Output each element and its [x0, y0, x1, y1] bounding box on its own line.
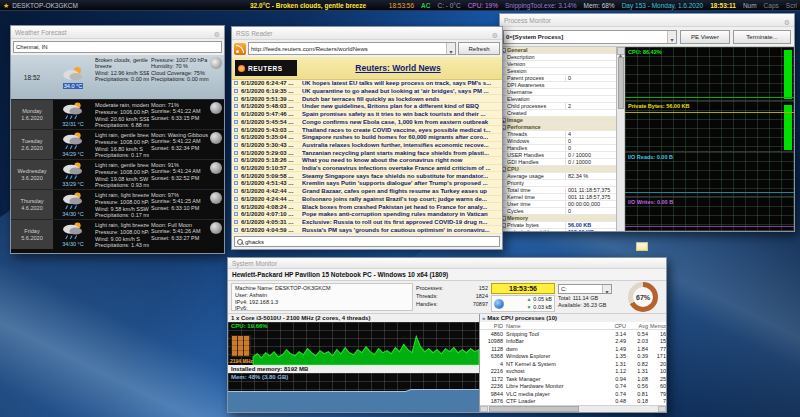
feed-url-value: http://feeds.reuters.com/Reuters/worldNe… [249, 46, 446, 52]
rss-search-row: ghacks [232, 234, 502, 249]
disk-total: Total: 111.14 GB [558, 295, 620, 302]
expander-icon[interactable] [234, 158, 238, 162]
counter-row: Threads: 1824 [416, 292, 488, 300]
news-item[interactable]: 6/1/2020 5:30:43 ... Australia relaxes l… [232, 142, 502, 150]
desktop: DESKTOP-OK3GKCM 32.0°C - Broken clouds, … [0, 0, 800, 417]
expander-icon[interactable] [234, 128, 238, 132]
system-info-row: Machine Name: DESKTOP-OK3GKCMUser: Ashwi… [228, 281, 666, 313]
top-process-label: SnippingTool.exe: 3.14% [505, 0, 577, 11]
minimized-widget-icon[interactable] [636, 242, 648, 251]
news-item[interactable]: 6/1/2020 5:47:46 ... Spain promises safe… [232, 111, 502, 119]
news-item[interactable]: 6/1/2020 5:35:04 ... Singapore rushes to… [232, 134, 502, 142]
expander-icon[interactable] [234, 135, 238, 139]
rss-url-row: http://feeds.reuters.com/Reuters/worldNe… [232, 40, 502, 57]
pe-viewer-button[interactable]: PE Viewer [680, 30, 730, 44]
cpu-core-heat-icon [231, 335, 251, 357]
drive-selector-value: C: [559, 286, 602, 292]
news-item[interactable]: 6/1/2020 4:42:44 ... Grand Bazaar, cafes… [232, 188, 502, 196]
drive-selector-combobox[interactable]: C: [558, 284, 612, 294]
expander-icon[interactable] [234, 104, 238, 108]
news-item[interactable]: 6/1/2020 5:51:39 ... Dutch bar terraces … [232, 95, 502, 103]
news-item[interactable]: 6/1/2020 6:24:47 ... UK hopes latest EU … [232, 80, 502, 88]
expander-icon[interactable] [234, 212, 238, 216]
news-item[interactable]: 6/1/2020 6:19:35 ... UK quarantine to go… [232, 88, 502, 96]
search-value: ghacks [245, 239, 264, 245]
clock-label: 18:53:11 [710, 0, 736, 11]
process-row[interactable]: 1128 dwm 1.49 1.84 77 [480, 345, 666, 353]
feed-url-combobox[interactable]: http://feeds.reuters.com/Reuters/worldNe… [248, 42, 456, 55]
property-row[interactable]: Including child proce... 112.00 KB [500, 229, 616, 231]
scrollbar-thumb[interactable] [618, 57, 624, 109]
news-item[interactable]: 6/1/2020 4:51:43 ... Kremlin says Putin … [232, 180, 502, 188]
expander-icon[interactable] [234, 189, 238, 193]
chevron-down-icon[interactable] [446, 42, 455, 55]
process-selector-combobox[interactable]: 0=[System Process] [503, 30, 677, 44]
news-item[interactable]: 6/1/2020 4:04:59 ... Russia's PM says 'g… [232, 226, 502, 234]
process-row[interactable]: 4860 Snipping Tool 3.14 0.54 16 [480, 330, 666, 338]
expander-icon[interactable] [234, 181, 238, 185]
weather-titlebar[interactable]: Weather Forecast [11, 26, 224, 39]
process-row[interactable]: 10988 InfoBar 2.49 2.03 15 [480, 338, 666, 346]
expander-icon[interactable] [234, 197, 238, 201]
sysmon-body: 1 x Core i3-5010U - 2100 MHz (2 cores, 4… [228, 313, 666, 412]
expander-icon[interactable] [234, 120, 238, 124]
search-input[interactable]: ghacks [234, 236, 500, 247]
sysmon-titlebar[interactable]: System Monitor [228, 258, 666, 269]
process-row[interactable]: 2236 Libre Hardware Monitor 0.74 0.56 60 [480, 383, 666, 391]
expander-icon[interactable] [234, 205, 238, 209]
expander-icon[interactable] [234, 143, 238, 147]
network-traffic-box: 0.05 kB 0.03 kB [491, 295, 555, 312]
expander-icon[interactable] [234, 166, 238, 170]
chevron-down-icon[interactable] [667, 30, 676, 44]
expander-icon[interactable] [234, 81, 238, 85]
news-item[interactable]: 6/1/2020 5:09:58 ... Steamy Singapore sa… [232, 172, 502, 180]
procmon-titlebar[interactable]: Process Monitor [500, 14, 794, 27]
info-bar: DESKTOP-OK3GKCM 32.0°C - Broken clouds, … [0, 0, 800, 11]
expander-icon[interactable] [234, 151, 238, 155]
expander-icon[interactable] [234, 174, 238, 178]
process-row[interactable]: 4 NT Kernel & System 1.31 0.82 20 [480, 360, 666, 368]
news-item[interactable]: 6/1/2020 5:48:03 ... Under new guideline… [232, 103, 502, 111]
rss-titlebar[interactable]: RSS Reader [232, 27, 502, 40]
location-input[interactable]: Chennai, IN [13, 41, 222, 53]
procmon-toolbar: 0=[System Process] PE Viewer Terminate..… [500, 27, 794, 46]
download-rate: 0.03 kB [533, 304, 552, 312]
chevron-right-icon[interactable] [482, 315, 485, 321]
disk-usage-gauge-wrap: 67% [623, 283, 663, 311]
news-item[interactable]: 6/1/2020 4:08:24 ... Black boxes from cr… [232, 203, 502, 211]
horizontal-scrollbar[interactable] [480, 405, 666, 412]
rain-cloud-icon [62, 162, 84, 180]
scroll-left-icon[interactable] [480, 406, 488, 412]
news-item[interactable]: 6/1/2020 4:24:44 ... Bolsonaro joins ral… [232, 196, 502, 204]
weather-input-row: Chennai, IN [11, 39, 224, 55]
scroll-up-icon[interactable] [617, 47, 625, 55]
counter-row: Handles: 70897 [416, 300, 488, 308]
scrollbar-track[interactable] [580, 406, 658, 412]
terminate-button[interactable]: Terminate... [733, 30, 791, 44]
reuters-logo-text: REUTERS [248, 65, 283, 72]
expander-icon[interactable] [234, 220, 238, 224]
network-values: 0.05 kB 0.03 kB [506, 296, 552, 311]
scrollbar-thumb[interactable] [489, 406, 579, 412]
process-row[interactable]: 1876 CTF Loader 0.48 0.18 7 [480, 398, 666, 406]
refresh-button[interactable]: Refresh [458, 42, 500, 55]
chevron-down-icon[interactable] [602, 284, 611, 294]
expander-icon[interactable] [234, 89, 238, 93]
process-row[interactable]: 1172 Task Manager 0.94 1.08 25 [480, 375, 666, 383]
expander-icon[interactable] [234, 112, 238, 116]
news-item[interactable]: 6/1/2020 5:10:57 ... India's coronavirus… [232, 165, 502, 173]
process-row[interactable]: 9844 VLC media player 0.74 0.81 79 [480, 390, 666, 398]
process-row[interactable]: 2216 svchost 1.12 1.31 10 [480, 368, 666, 376]
expander-icon[interactable] [234, 228, 238, 232]
process-row[interactable]: 6368 Windows Explorer 1.35 0.39 171 [480, 353, 666, 361]
scroll-right-icon[interactable] [658, 406, 666, 412]
moon-phase-icon [210, 57, 222, 69]
news-item[interactable]: 6/1/2020 4:05:31 ... Exclusive: Russia t… [232, 219, 502, 227]
expander-icon[interactable] [234, 97, 238, 101]
news-item[interactable]: 6/1/2020 4:07:10 ... Pope makes anti-cor… [232, 211, 502, 219]
news-item[interactable]: 6/1/2020 5:43:03 ... Thailand races to c… [232, 126, 502, 134]
news-item[interactable]: 6/1/2020 5:18:26 ... What you need to kn… [232, 157, 502, 165]
property-grid-scrollbar[interactable] [617, 47, 625, 231]
news-item[interactable]: 6/1/2020 5:29:03 ... Tanzanian recycling… [232, 149, 502, 157]
news-item[interactable]: 6/1/2020 5:45:54 ... Congo confirms new … [232, 119, 502, 127]
